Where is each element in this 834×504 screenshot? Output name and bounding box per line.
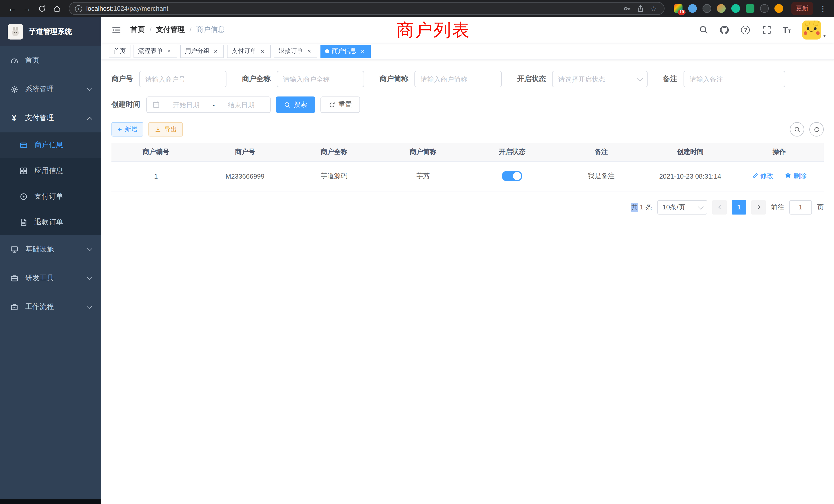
filter-full-name: 商户全称 [242, 71, 364, 87]
col-status: 开启状态 [467, 143, 557, 161]
sidebar-collapse-icon[interactable] [109, 23, 123, 37]
close-icon[interactable]: × [259, 47, 266, 55]
filter-label: 开启状态 [517, 74, 552, 84]
next-page-button[interactable] [751, 200, 766, 214]
status-select-input[interactable] [558, 75, 634, 83]
sidebar-item-merchant-info[interactable]: 商户信息 [0, 132, 101, 158]
refresh-icon-button[interactable] [809, 122, 824, 137]
tab-home[interactable]: 首页 [109, 44, 130, 58]
extension-icon-blue[interactable] [688, 4, 697, 13]
reset-button[interactable]: 重置 [321, 96, 360, 113]
browser-menu-icon[interactable]: ⋮ [817, 4, 829, 13]
browser-forward-button[interactable]: → [20, 2, 34, 16]
edit-button[interactable]: 修改 [751, 171, 774, 181]
close-icon[interactable]: × [166, 47, 173, 55]
breadcrumb-home[interactable]: 首页 [130, 25, 145, 35]
chevron-down-icon [87, 303, 92, 309]
monitor-icon [10, 245, 19, 254]
filter-label: 备注 [663, 74, 683, 84]
fullscreen-icon[interactable] [762, 25, 772, 35]
col-full-name: 商户全称 [290, 143, 379, 161]
tab-merchant-info[interactable]: 商户信息 × [321, 44, 371, 58]
breadcrumb: 首页 / 支付管理 / 商户信息 [130, 25, 225, 35]
help-icon[interactable]: ? [741, 25, 751, 35]
extension-icon-grid[interactable]: 10 [674, 4, 682, 13]
tab-label: 首页 [113, 47, 126, 55]
delete-button[interactable]: 删除 [785, 171, 807, 181]
sidebar-item-infrastructure[interactable]: 基础设施 [0, 235, 101, 264]
export-button[interactable]: 导出 [148, 122, 183, 137]
full-name-input[interactable] [283, 75, 358, 83]
tab-pay-order[interactable]: 支付订单 × [227, 44, 271, 58]
sidebar-item-label: 研发工具 [25, 274, 81, 283]
end-date-input[interactable] [218, 101, 264, 109]
prev-page-button[interactable] [712, 200, 727, 214]
sidebar-item-home[interactable]: 首页 [0, 46, 101, 75]
sidebar-item-payment[interactable]: ¥ 支付管理 [0, 104, 101, 132]
cell-full-name: 芋道源码 [290, 161, 379, 191]
share-icon[interactable] [636, 4, 645, 13]
address-bar[interactable]: i localhost:1024/pay/merchant ☆ [69, 2, 664, 15]
status-switch[interactable] [502, 171, 522, 181]
breadcrumb-payment[interactable]: 支付管理 [156, 25, 185, 35]
delete-button-label: 删除 [793, 171, 807, 181]
close-icon[interactable]: × [359, 47, 366, 55]
sidebar-item-label: 支付订单 [35, 192, 91, 201]
toggle-search-icon-button[interactable] [790, 122, 804, 137]
url-text[interactable]: localhost:1024/pay/merchant [86, 5, 618, 12]
browser-home-button[interactable] [50, 2, 64, 16]
sidebar-item-refund-order[interactable]: 退款订单 [0, 209, 101, 235]
filter-label: 商户号 [111, 74, 139, 84]
github-icon[interactable] [720, 25, 730, 35]
tab-process-form[interactable]: 流程表单 × [133, 44, 177, 58]
add-button[interactable]: + 新增 [111, 122, 143, 137]
browser-back-button[interactable]: ← [5, 2, 19, 16]
yen-icon: ¥ [10, 114, 19, 122]
sidebar-logo[interactable]: 芋道管理系统 [0, 17, 101, 46]
remark-input[interactable] [690, 75, 779, 83]
breadcrumb-separator: / [150, 26, 152, 34]
extension-icon-green-check[interactable] [731, 4, 740, 13]
sidebar-menu: 首页 系统管理 ¥ 支付管理 [0, 46, 101, 499]
browser-reload-button[interactable] [35, 2, 49, 16]
browser-update-button[interactable]: 更新 [791, 2, 813, 15]
app-title: 芋道管理系统 [29, 27, 72, 36]
short-name-input[interactable] [421, 75, 496, 83]
password-key-icon[interactable] [622, 4, 632, 13]
sidebar-item-system[interactable]: 系统管理 [0, 75, 101, 104]
toolbox-icon [10, 274, 19, 282]
col-merchant-id: 商户编号 [111, 143, 200, 161]
user-avatar-menu[interactable]: ▾ [802, 20, 826, 39]
font-size-small: T [788, 28, 791, 34]
extension-icon-orange-avatar[interactable] [774, 4, 783, 13]
merchant-no-input[interactable] [145, 75, 220, 83]
extension-icon-green-square[interactable] [746, 4, 754, 13]
extension-icon-pin[interactable] [760, 4, 769, 13]
extension-icon-dark[interactable] [703, 4, 711, 13]
tab-refund-order[interactable]: 退款订单 × [274, 44, 317, 58]
close-icon[interactable]: × [212, 47, 219, 55]
sidebar-item-workflow[interactable]: 工作流程 [0, 293, 101, 321]
tab-user-group[interactable]: 用户分组 × [180, 44, 224, 58]
sidebar-item-app-info[interactable]: 应用信息 [0, 158, 101, 184]
site-info-icon[interactable]: i [75, 5, 82, 12]
header-search-icon[interactable] [698, 25, 709, 35]
bookmark-star-icon[interactable]: ☆ [649, 4, 658, 13]
goto-page-input[interactable] [789, 200, 812, 214]
table-tools [790, 122, 824, 137]
start-date-input[interactable] [163, 101, 210, 109]
sidebar-item-label: 工作流程 [25, 302, 81, 312]
sidebar-item-pay-order[interactable]: 支付订单 [0, 184, 101, 209]
status-select[interactable] [552, 71, 648, 87]
page-size-select[interactable]: 10条/页 [657, 200, 707, 214]
page-number-1[interactable]: 1 [732, 200, 746, 214]
plus-icon: + [117, 126, 122, 133]
navbar-actions: ? T T [698, 20, 826, 39]
sidebar-item-dev-tools[interactable]: 研发工具 [0, 264, 101, 293]
extension-icon-avatar[interactable] [717, 4, 726, 13]
chevron-down-icon [87, 246, 92, 251]
font-size-icon[interactable]: T T [783, 25, 791, 34]
close-icon[interactable]: × [306, 47, 313, 55]
search-button[interactable]: 搜索 [276, 96, 315, 113]
date-range-picker[interactable]: - [146, 96, 271, 113]
